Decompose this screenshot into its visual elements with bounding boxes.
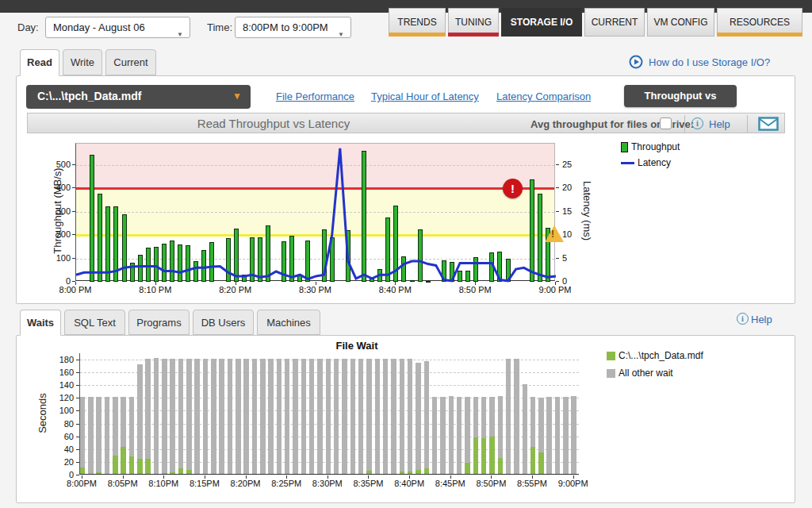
day-select[interactable]: Monday - August 06 ▼ [45, 17, 190, 38]
y-tick-left: 200 [48, 229, 71, 239]
tick [316, 282, 316, 285]
other-wait-bar [162, 359, 167, 473]
other-wait-bar [555, 397, 561, 474]
other-wait-bar [358, 359, 364, 474]
other-wait-bar [243, 359, 249, 474]
tab-accent [717, 33, 802, 37]
y-tick-right: 5 [562, 253, 581, 263]
tab-resources[interactable]: RESOURCES [717, 8, 802, 37]
y-tick: 120 [52, 393, 74, 402]
latency-swatch [621, 162, 634, 164]
plot-area: ! ! [75, 143, 555, 281]
tab-storage-io[interactable]: STORAGE I/O [501, 8, 582, 37]
file-wait-bar [80, 468, 86, 474]
y-tick: 60 [52, 432, 74, 441]
tab-current[interactable]: CURRENT [584, 8, 645, 37]
file-select[interactable]: C:\...\tpch_Data.mdf ▼ [26, 85, 251, 109]
y-axis-label-right: Latency (ms) [581, 171, 593, 251]
tab-trends[interactable]: TRENDS [389, 8, 446, 37]
link-typical-hour-latency[interactable]: Typical Hour of Latency [371, 90, 479, 102]
other-wait-bar [113, 397, 118, 456]
tick [163, 475, 164, 479]
divider [684, 115, 685, 133]
tick [556, 281, 559, 282]
tab-sql-text[interactable]: SQL Text [64, 310, 125, 335]
x-tick-label: 9:00 PM [531, 285, 579, 294]
tab-vm-config[interactable]: VM CONFIG [647, 8, 714, 37]
tab-accent [647, 33, 714, 37]
other-wait-bar [129, 397, 135, 456]
other-wait-bar [366, 359, 372, 471]
tick [491, 475, 492, 479]
y-tick-left: 500 [48, 160, 71, 169]
avg-throughput-checkbox[interactable] [660, 117, 672, 129]
other-wait-bar [145, 359, 151, 459]
time-select-value: 8:00PM to 9:00PM [243, 21, 328, 33]
other-wait-bar [105, 397, 110, 474]
chevron-down-icon: ▼ [177, 25, 183, 44]
other-wait-bar [408, 359, 413, 471]
file-wait-bar [408, 471, 413, 474]
other-wait-bar [350, 359, 356, 474]
chevron-down-icon: ▼ [232, 90, 242, 102]
time-select[interactable]: 8:00PM to 9:00PM ▼ [235, 17, 351, 38]
waits-help-link[interactable]: Help [751, 314, 772, 325]
y-tick-right: 10 [562, 229, 581, 239]
throughput-vs-latency-button[interactable]: Throughput vs Latency [624, 85, 737, 107]
chart1-legend: Throughput Latency [621, 141, 680, 175]
tick [123, 475, 124, 479]
file-wait-bar [121, 447, 126, 474]
tick [556, 211, 559, 212]
other-wait-bar [538, 398, 544, 452]
x-tick-label: 8:00 PM [52, 285, 99, 294]
tab-read[interactable]: Read [20, 49, 59, 76]
other-wait-bar [530, 397, 536, 447]
chart-help-link[interactable]: Help [709, 118, 730, 130]
tab-accent [389, 33, 446, 37]
tab-current-sub[interactable]: Current [105, 49, 156, 75]
tick [205, 475, 205, 479]
link-latency-comparison[interactable]: Latency Comparison [496, 90, 591, 102]
file-wait-bar [538, 452, 544, 474]
tab-machines[interactable]: Machines [257, 310, 320, 335]
tab-write[interactable]: Write [63, 49, 102, 75]
file-wait-chart: File Wait Seconds C:\...\tpch_Data.mdf A… [28, 337, 785, 500]
tick [76, 385, 79, 386]
file-wait-bar [481, 438, 487, 474]
danger-alert-icon: ! [503, 179, 523, 198]
tick [75, 282, 76, 285]
tab-programs[interactable]: Programs [128, 310, 190, 335]
tick [327, 475, 328, 479]
other-wait-bar [506, 359, 511, 474]
tick [556, 187, 559, 188]
tab-waits[interactable]: Waits [20, 310, 61, 336]
play-icon[interactable] [629, 55, 643, 69]
y-tick: 140 [52, 380, 74, 390]
other-wait-bar [342, 359, 347, 474]
other-wait-bar [228, 359, 233, 474]
x-tick-label: 8:25PM [264, 479, 308, 488]
y-tick-right: 15 [562, 206, 581, 216]
x-tick-label: 8:40PM [387, 479, 431, 488]
tick [368, 475, 369, 479]
other-wait-bar [317, 359, 323, 474]
tick [76, 449, 79, 450]
tab-tuning[interactable]: TUNING [448, 8, 499, 37]
y-tick: 100 [52, 406, 74, 415]
other-wait-bar [391, 359, 396, 474]
other-wait-bar [293, 359, 298, 474]
link-file-performance[interactable]: File Performance [276, 90, 354, 102]
other-wait-bar [523, 384, 528, 474]
tick [76, 475, 79, 475]
x-tick-label: 8:00PM [59, 479, 104, 488]
legend-item: All other wait [607, 368, 703, 379]
tick [76, 398, 79, 398]
storage-io-help-link[interactable]: How do I use Storage I/O? [649, 56, 770, 68]
warning-alert-icon: ! [545, 225, 564, 242]
file-wait-bar [178, 468, 184, 474]
tab-db-users[interactable]: DB Users [193, 310, 254, 335]
legend-item: Latency [621, 157, 680, 168]
other-wait-bar [432, 397, 438, 474]
x-tick-label: 8:10PM [141, 479, 186, 488]
y-tick-right: 20 [562, 183, 581, 192]
